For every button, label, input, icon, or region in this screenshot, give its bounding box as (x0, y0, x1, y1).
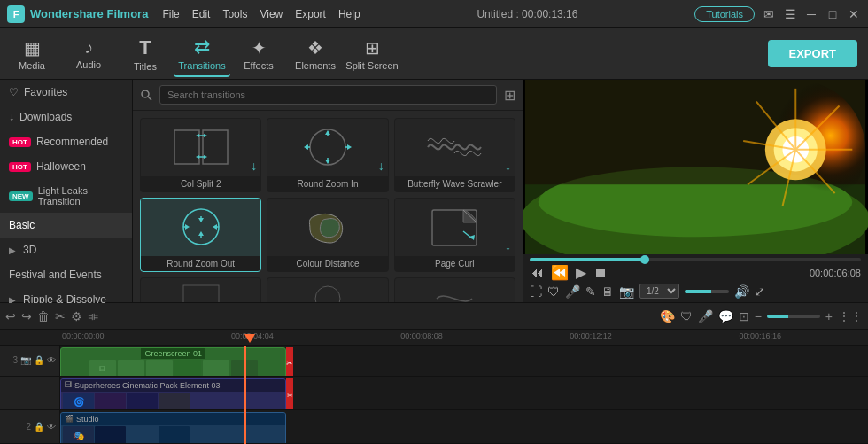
preview-progress-fill (530, 258, 646, 261)
download-icon-round-zoom-in: ↓ (378, 159, 384, 173)
toolbar-transitions[interactable]: ⇄ Transitions (174, 31, 230, 77)
camera-button[interactable]: 📷 (619, 284, 634, 299)
delete-button[interactable]: 🗑 (37, 309, 50, 323)
toolbar-elements[interactable]: ❖ Elements (287, 31, 344, 77)
studio-label: Studio (76, 415, 99, 424)
transition-preview-extra-1 (141, 278, 260, 302)
zoom-select[interactable]: 1/2 1/4 Full (639, 284, 679, 299)
transition-card-colour-distance[interactable]: Colour Distance (267, 198, 388, 272)
sidebar-item-basic[interactable]: Basic (0, 213, 132, 238)
sidebar-item-festival[interactable]: Festival and Events (0, 262, 132, 287)
sidebar-item-favorites[interactable]: ♡ Favorites (0, 80, 132, 105)
transition-card-butterfly-wave[interactable]: ↓ Butterfly Wave Scrawler (394, 118, 515, 192)
transition-card-extra-2[interactable] (267, 277, 388, 302)
card-label-page-curl: Page Curl (395, 256, 515, 271)
toolbar-effects[interactable]: ✦ Effects (230, 31, 287, 77)
menu-help[interactable]: Help (338, 8, 360, 20)
sidebar-label-3d: 3D (23, 244, 36, 256)
sidebar-item-downloads[interactable]: ↓ Downloads (0, 105, 132, 129)
sidebar-item-3d[interactable]: ▶ 3D (0, 238, 132, 262)
sidebar-label-halloween: Halloween (36, 160, 86, 173)
transition-card-extra-3[interactable] (394, 277, 515, 302)
timeline-toolbar: ↩ ↪ 🗑 ✂ ⚙ ⟚ 🎨 🛡 🎤 💬 ⊡ − + ⋮⋮ (0, 303, 868, 330)
audio-label: Audio (76, 59, 101, 70)
menu-icon[interactable]: ☰ (783, 7, 797, 21)
lock-icon-3[interactable]: 🔒 (34, 355, 44, 365)
hot-badge-2: HOT (9, 162, 31, 172)
svg-point-0 (142, 90, 149, 97)
tutorials-button[interactable]: Tutorials (694, 6, 755, 22)
toolbar-split-screen[interactable]: ⊞ Split Screen (344, 31, 400, 77)
monitor-button[interactable]: 🖥 (601, 284, 614, 299)
maximize-button[interactable]: □ (825, 7, 840, 21)
transition-card-extra-1[interactable] (140, 277, 261, 302)
titles-icon: T (139, 36, 151, 59)
transition-card-round-zoom-out[interactable]: Round Zoom Out (140, 198, 261, 272)
split-audio-button[interactable]: ⟚ (88, 308, 98, 323)
transition-card-round-zoom-in[interactable]: ↓ Round Zoom In (267, 118, 388, 192)
ruler-time-2: 00:00:08:08 (400, 331, 443, 340)
play-button[interactable]: ▶ (576, 264, 586, 281)
elements-label: Elements (295, 60, 336, 71)
subtitle-button[interactable]: 💬 (718, 309, 733, 323)
volume-slider[interactable] (685, 290, 729, 293)
menu-file[interactable]: File (162, 8, 179, 20)
sidebar-label-favorites: Favorites (24, 86, 67, 98)
zoom-in-timeline[interactable]: + (825, 309, 833, 323)
stabilize-button[interactable]: 🛡 (680, 309, 693, 323)
transition-preview-extra-3 (395, 278, 515, 302)
track-num-2: 2 (26, 422, 31, 432)
pip-button[interactable]: ⊡ (739, 309, 749, 323)
toolbar-audio[interactable]: ♪ Audio (60, 31, 117, 77)
toolbar-media[interactable]: ▦ Media (4, 31, 60, 77)
split-screen-label: Split Screen (345, 60, 398, 71)
adjust-button[interactable]: ⚙ (71, 309, 82, 323)
transition-card-page-curl[interactable]: ↓ Page Curl (394, 198, 515, 272)
svg-line-1 (148, 97, 151, 100)
frame-back-button[interactable]: ⏪ (551, 264, 569, 281)
volume-icon[interactable]: 🔊 (734, 284, 749, 299)
clip-greenscreen[interactable]: Greenscreen 01 🎞 (60, 347, 286, 376)
timeline-zoom-slider[interactable] (767, 315, 820, 318)
export-button[interactable]: EXPORT (768, 40, 857, 67)
voice-button[interactable]: 🎤 (698, 309, 713, 323)
menu-export[interactable]: Export (295, 8, 326, 20)
preview-progress-bar[interactable] (530, 258, 861, 261)
minimize-button[interactable]: ─ (804, 7, 818, 21)
color-correct-button[interactable]: 🎨 (660, 309, 675, 323)
stop-button[interactable]: ⏹ (593, 265, 608, 281)
transition-preview-round-zoom-in: ↓ (267, 119, 387, 176)
close-button[interactable]: ✕ (847, 7, 861, 21)
zoom-out-timeline[interactable]: − (755, 309, 762, 323)
eye-icon-3[interactable]: 👁 (47, 355, 56, 365)
transition-card-col-split-2[interactable]: ↓ Col Split 2 (140, 118, 261, 192)
redo-button[interactable]: ↪ (21, 309, 32, 323)
sidebar-item-recommended[interactable]: HOT Recommended (0, 129, 132, 154)
sidebar-item-halloween[interactable]: HOT Halloween (0, 154, 132, 179)
skip-back-button[interactable]: ⏮ (530, 265, 544, 281)
menu-tools[interactable]: Tools (222, 8, 247, 20)
shield-button[interactable]: 🛡 (547, 284, 560, 299)
expand-button[interactable]: ⤢ (755, 284, 765, 299)
mic-button[interactable]: 🎤 (565, 284, 580, 299)
lock-icon-2[interactable]: 🔒 (34, 422, 44, 432)
clip-superheroes[interactable]: 🎞 Superheroes Cinematic Pack Element 03 … (60, 378, 286, 409)
sidebar-item-light-leaks[interactable]: NEW Light Leaks Transition (0, 179, 132, 213)
toolbar-titles[interactable]: T Titles (117, 31, 174, 77)
menu-view[interactable]: View (260, 8, 283, 20)
topbar: F Wondershare Filmora File Edit Tools Vi… (0, 0, 868, 28)
download-icon: ↓ (9, 111, 14, 123)
fullscreen-button[interactable]: ⛶ (530, 284, 542, 299)
grid-toggle-icon[interactable]: ⊞ (504, 87, 515, 104)
svg-marker-12 (325, 130, 330, 135)
eye-icon-2[interactable]: 👁 (47, 422, 56, 432)
notification-icon[interactable]: ✉ (762, 7, 776, 21)
undo-button[interactable]: ↩ (5, 309, 16, 323)
more-options-button[interactable]: ⋮⋮ (838, 309, 863, 323)
time-display: 00:00:06:08 (810, 268, 861, 278)
clip-studio[interactable]: 🎬 Studio 🎭 (60, 412, 286, 443)
menu-edit[interactable]: Edit (192, 8, 211, 20)
edit-button[interactable]: ✎ (585, 284, 596, 299)
cut-button[interactable]: ✂ (55, 309, 66, 323)
search-input[interactable] (159, 85, 497, 105)
